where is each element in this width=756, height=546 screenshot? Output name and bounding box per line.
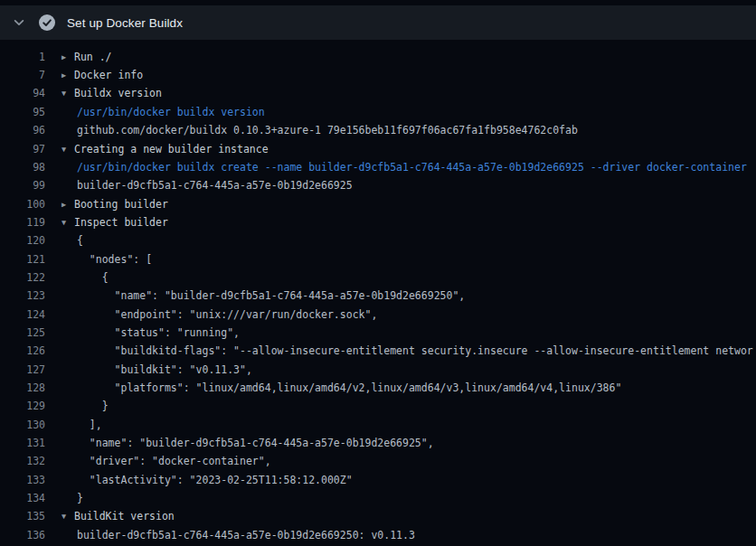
- gutter-spacer: [45, 397, 74, 415]
- line-number[interactable]: 126: [0, 342, 45, 360]
- line-number[interactable]: 129: [0, 397, 45, 415]
- actions-log-viewer: Set up Docker Buildx 1▶Run ./7▶Docker in…: [0, 0, 756, 546]
- log-line: 99builder-d9cfb5a1-c764-445a-a57e-0b19d2…: [0, 176, 756, 194]
- gutter-spacer: [45, 526, 74, 544]
- gutter-spacer: [45, 416, 74, 434]
- log-line: 124 "endpoint": "unix:///var/run/docker.…: [0, 306, 756, 324]
- output-text: "driver": "docker-container",: [74, 452, 271, 470]
- line-number[interactable]: 97: [0, 140, 45, 158]
- log-line: 128 "platforms": "linux/amd64,linux/amd6…: [0, 379, 756, 397]
- line-number[interactable]: 133: [0, 471, 45, 489]
- log-line: 1▶Run ./: [0, 48, 756, 66]
- line-number[interactable]: 99: [0, 176, 45, 194]
- log-line: 96github.com/docker/buildx 0.10.3+azure-…: [0, 121, 756, 139]
- log-line: 129 }: [0, 397, 756, 415]
- gutter-spacer: [45, 434, 74, 452]
- output-text: "lastActivity": "2023-02-25T11:58:12.000…: [74, 471, 353, 489]
- log-line: 120{: [0, 231, 756, 249]
- log-line: 134}: [0, 489, 756, 507]
- line-number[interactable]: 130: [0, 416, 45, 434]
- line-number[interactable]: 1: [0, 48, 45, 66]
- command-text: /usr/bin/docker buildx version: [74, 103, 265, 121]
- line-number[interactable]: 94: [0, 84, 45, 102]
- output-text: }: [74, 397, 109, 415]
- gutter-spacer: [45, 471, 74, 489]
- log-line: 94▼Buildx version: [0, 84, 756, 102]
- output-text: {: [74, 268, 109, 287]
- group-collapse-icon[interactable]: ▼: [45, 140, 74, 158]
- gutter-spacer: [45, 452, 74, 470]
- line-number[interactable]: 124: [0, 306, 45, 324]
- log-line: 133 "lastActivity": "2023-02-25T11:58:12…: [0, 471, 756, 489]
- output-text: "platforms": "linux/amd64,linux/amd64/v2…: [74, 379, 621, 397]
- gutter-spacer: [45, 379, 74, 397]
- line-number[interactable]: 131: [0, 434, 45, 452]
- group-expand-icon[interactable]: ▶: [45, 195, 74, 213]
- output-text: ],: [74, 416, 102, 434]
- group-title[interactable]: Docker info: [74, 66, 143, 84]
- log-line: 132 "driver": "docker-container",: [0, 452, 756, 470]
- log-line: 119▼Inspect builder: [0, 213, 756, 231]
- gutter-spacer: [45, 250, 74, 268]
- output-text: github.com/docker/buildx 0.10.3+azure-1 …: [74, 121, 578, 139]
- step-header[interactable]: Set up Docker Buildx: [0, 5, 756, 40]
- line-number[interactable]: 136: [0, 526, 45, 544]
- output-text: "buildkit": "v0.11.3",: [74, 361, 252, 379]
- output-text: builder-d9cfb5a1-c764-445a-a57e-0b19d2e6…: [74, 176, 353, 194]
- group-title[interactable]: Buildx version: [74, 84, 162, 102]
- line-number[interactable]: 121: [0, 250, 45, 268]
- output-text: builder-d9cfb5a1-c764-445a-a57e-0b19d2e6…: [74, 526, 415, 544]
- group-title[interactable]: Inspect builder: [74, 213, 168, 231]
- output-text: {: [74, 231, 83, 249]
- log-line: 98/usr/bin/docker buildx create --name b…: [0, 158, 756, 176]
- line-number[interactable]: 95: [0, 103, 45, 121]
- log-line: 121 "nodes": [: [0, 250, 756, 268]
- output-text: "status": "running",: [74, 324, 240, 342]
- output-text: "name": "builder-d9cfb5a1-c764-445a-a57e…: [74, 434, 434, 452]
- group-title[interactable]: Booting builder: [74, 195, 168, 213]
- gutter-spacer: [45, 121, 74, 139]
- line-number[interactable]: 122: [0, 268, 45, 287]
- gutter-spacer: [45, 324, 74, 342]
- line-number[interactable]: 98: [0, 158, 45, 176]
- gutter-spacer: [45, 342, 74, 360]
- group-collapse-icon[interactable]: ▼: [45, 84, 74, 102]
- line-number[interactable]: 135: [0, 507, 45, 525]
- group-title[interactable]: BuildKit version: [74, 507, 175, 525]
- line-number[interactable]: 7: [0, 66, 45, 84]
- line-number[interactable]: 119: [0, 213, 45, 231]
- line-number[interactable]: 123: [0, 287, 45, 305]
- group-expand-icon[interactable]: ▶: [45, 48, 74, 66]
- line-number[interactable]: 134: [0, 489, 45, 507]
- group-collapse-icon[interactable]: ▼: [45, 507, 74, 525]
- line-number[interactable]: 120: [0, 231, 45, 249]
- log-line: 135▼BuildKit version: [0, 507, 756, 525]
- log-line: 136builder-d9cfb5a1-c764-445a-a57e-0b19d…: [0, 526, 756, 544]
- gutter-spacer: [45, 489, 74, 507]
- line-number[interactable]: 100: [0, 195, 45, 213]
- group-title[interactable]: Creating a new builder instance: [74, 140, 269, 158]
- output-text: "endpoint": "unix:///var/run/docker.sock…: [74, 306, 377, 324]
- log-line: 7▶Docker info: [0, 66, 756, 84]
- gutter-spacer: [45, 231, 74, 249]
- line-number[interactable]: 125: [0, 324, 45, 342]
- group-collapse-icon[interactable]: ▼: [45, 213, 74, 231]
- step-title: Set up Docker Buildx: [67, 16, 183, 30]
- line-number[interactable]: 96: [0, 121, 45, 139]
- line-number[interactable]: 132: [0, 452, 45, 470]
- line-number[interactable]: 127: [0, 361, 45, 379]
- gutter-spacer: [45, 361, 74, 379]
- gutter-spacer: [45, 268, 74, 287]
- output-text: }: [74, 489, 83, 507]
- gutter-spacer: [45, 103, 74, 121]
- gutter-spacer: [45, 306, 74, 324]
- chevron-down-icon[interactable]: [13, 16, 25, 29]
- log-line: 122 {: [0, 268, 756, 287]
- group-title[interactable]: Run ./: [74, 48, 112, 66]
- log-line: 130 ],: [0, 416, 756, 434]
- output-text: "name": "builder-d9cfb5a1-c764-445a-a57e…: [74, 287, 465, 305]
- log-line: 126 "buildkitd-flags": "--allow-insecure…: [0, 342, 756, 360]
- line-number[interactable]: 128: [0, 379, 45, 397]
- log-line: 97▼Creating a new builder instance: [0, 140, 756, 158]
- group-expand-icon[interactable]: ▶: [45, 66, 74, 84]
